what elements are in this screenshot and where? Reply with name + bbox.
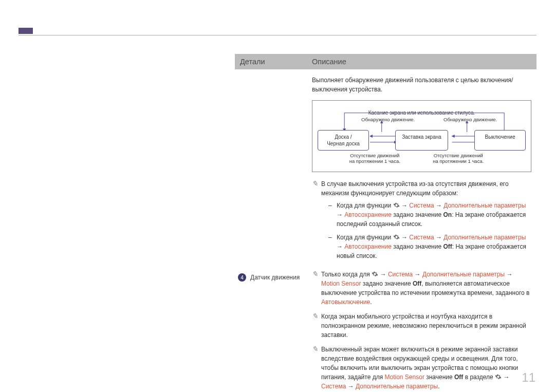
page-number: 11 [522,370,535,385]
number-badge: 4 [238,273,246,282]
th-description: Описание [307,58,536,66]
table-row: 4 Датчик движения Выполняет обнаружение … [235,69,536,392]
diagram-top-label: Касание экрана или использование стилуса… [318,109,526,117]
row-label-text: Датчик движения [250,274,300,281]
gear-icon [393,202,400,209]
detected-label-2: Обнаружено движение. [443,117,497,122]
no-motion-label-2: Отсутствие движений на протяжении 1 часа… [433,153,484,164]
table-header: Детали Описание [235,54,536,69]
gear-icon [372,271,378,277]
no-motion-label-1: Отсутствие движений на протяжении 1 часа… [349,153,400,164]
diagram-box-screensaver: Заставка экрана [395,130,448,151]
note-3: ✎ Когда экран мобильного устройства и но… [312,312,531,340]
diagram-box-board: Доска / Черная доска [318,130,369,151]
gear-icon [495,374,502,380]
note-4: ✎ Выключенный экран может включиться в р… [312,345,531,391]
pencil-icon: ✎ [312,345,321,391]
th-details: Детали [235,58,307,66]
detected-label-1: Обнаружено движение. [361,117,415,122]
state-diagram: Касание экрана или использование стилуса… [312,100,531,172]
main-content: Детали Описание 4 Датчик движения Выполн… [235,54,536,371]
pencil-icon: ✎ [312,179,321,265]
intro-text: Выполняет обнаружение движений пользоват… [312,76,531,94]
note-1: ✎ В случае выключения устройства из-за о… [312,179,531,265]
list-item: Когда для функции → Система → Дополнител… [330,201,531,229]
pencil-icon: ✎ [312,270,321,307]
row-label: 4 Датчик движения [235,69,307,392]
gear-icon [393,234,400,240]
header-accent [18,28,33,34]
list-item: Когда для функции → Система → Дополнител… [330,233,531,260]
note-2: ✎ Только когда для → Система → Дополните… [312,270,531,307]
header-rule [18,35,536,35]
diagram-box-off: Выключение [474,130,526,151]
row-description: Выполняет обнаружение движений пользоват… [307,69,536,392]
pencil-icon: ✎ [312,312,321,340]
